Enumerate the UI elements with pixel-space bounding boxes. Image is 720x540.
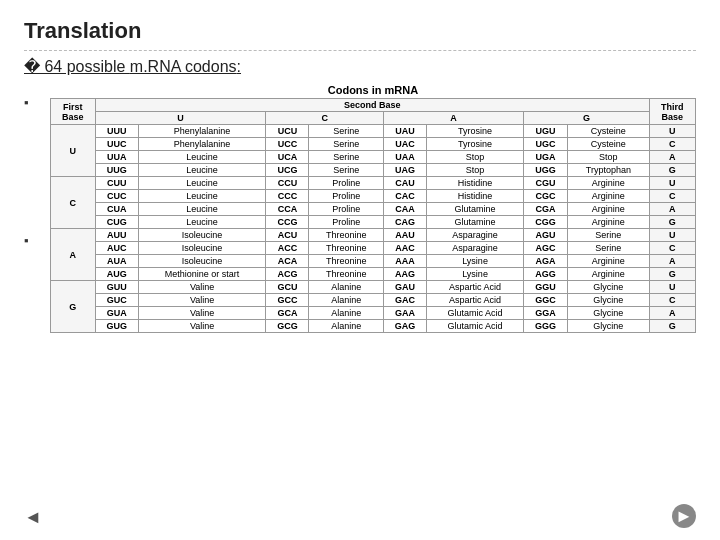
aa-cell: Tryptophan xyxy=(567,164,649,177)
second-base-a: A xyxy=(383,112,523,125)
subtitle-suffix: : xyxy=(237,58,241,75)
codon-cell: GUC xyxy=(95,294,138,307)
aa-cell: Proline xyxy=(309,203,383,216)
codon-cell: UGG xyxy=(524,164,568,177)
aa-cell: Serine xyxy=(309,125,383,138)
codon-cell: UAG xyxy=(383,164,426,177)
aa-cell: Leucine xyxy=(138,151,266,164)
third-base-cell: G xyxy=(649,216,695,229)
third-base-cell: U xyxy=(649,229,695,242)
aa-cell: Asparagine xyxy=(426,242,523,255)
codon-cell: CGC xyxy=(524,190,568,203)
codon-cell: CAU xyxy=(383,177,426,190)
codon-cell: CCC xyxy=(266,190,309,203)
third-base-cell: U xyxy=(649,125,695,138)
codon-cell: GAU xyxy=(383,281,426,294)
third-base-cell: U xyxy=(649,177,695,190)
first-base-G: G xyxy=(51,281,96,333)
aa-cell: Cysteine xyxy=(567,125,649,138)
codon-cell: CGA xyxy=(524,203,568,216)
codon-cell: CUU xyxy=(95,177,138,190)
first-base-U: U xyxy=(51,125,96,177)
third-base-cell: C xyxy=(649,294,695,307)
codon-cell: ACC xyxy=(266,242,309,255)
codon-cell: AUG xyxy=(95,268,138,281)
third-base-cell: C xyxy=(649,242,695,255)
aa-cell: Glutamic Acid xyxy=(426,320,523,333)
bullet-2: ▪ xyxy=(24,232,42,250)
third-base-cell: A xyxy=(649,255,695,268)
forward-nav[interactable]: ► xyxy=(672,504,696,528)
codon-cell: AGG xyxy=(524,268,568,281)
aa-cell: Arginine xyxy=(567,190,649,203)
title-divider xyxy=(24,50,696,51)
subtitle-link: m.RNA codons xyxy=(130,58,237,75)
codon-cell: AAG xyxy=(383,268,426,281)
codon-cell: AAC xyxy=(383,242,426,255)
aa-cell: Arginine xyxy=(567,203,649,216)
aa-cell: Valine xyxy=(138,294,266,307)
codon-cell: CCA xyxy=(266,203,309,216)
bullet-1: ▪ xyxy=(24,94,42,112)
aa-cell: Phenylalanine xyxy=(138,138,266,151)
third-base-cell: A xyxy=(649,203,695,216)
third-base-cell: U xyxy=(649,281,695,294)
first-base-C: C xyxy=(51,177,96,229)
page-title: Translation xyxy=(24,18,696,44)
aa-cell: Alanine xyxy=(309,281,383,294)
codon-cell: GAC xyxy=(383,294,426,307)
third-base-cell: G xyxy=(649,320,695,333)
third-base-cell: A xyxy=(649,151,695,164)
aa-cell: Serine xyxy=(567,242,649,255)
codon-cell: CUC xyxy=(95,190,138,203)
codon-cell: UUG xyxy=(95,164,138,177)
aa-cell: Leucine xyxy=(138,216,266,229)
codon-cell: UCU xyxy=(266,125,309,138)
third-base-cell: G xyxy=(649,268,695,281)
aa-cell: Stop xyxy=(426,151,523,164)
aa-cell: Lysine xyxy=(426,268,523,281)
aa-cell: Leucine xyxy=(138,177,266,190)
first-base-header: FirstBase xyxy=(51,99,96,125)
aa-cell: Threonine xyxy=(309,229,383,242)
aa-cell: Glycine xyxy=(567,281,649,294)
aa-cell: Methionine or start xyxy=(138,268,266,281)
codon-cell: UAC xyxy=(383,138,426,151)
codon-cell: CAA xyxy=(383,203,426,216)
codon-cell: UUU xyxy=(95,125,138,138)
codon-cell: GAA xyxy=(383,307,426,320)
aa-cell: Leucine xyxy=(138,190,266,203)
codon-table-title: Codons in mRNA xyxy=(50,84,696,96)
codon-cell: UCA xyxy=(266,151,309,164)
subtitle-prefix: � 64 possible xyxy=(24,58,130,75)
codon-cell: GGA xyxy=(524,307,568,320)
codon-table-wrap: Codons in mRNA FirstBase Second Base Thi… xyxy=(50,84,696,333)
codon-cell: CCU xyxy=(266,177,309,190)
aa-cell: Lysine xyxy=(426,255,523,268)
second-base-header: Second Base xyxy=(95,99,649,112)
codon-cell: CAC xyxy=(383,190,426,203)
aa-cell: Leucine xyxy=(138,203,266,216)
aa-cell: Glutamine xyxy=(426,203,523,216)
codon-cell: ACG xyxy=(266,268,309,281)
aa-cell: Serine xyxy=(309,164,383,177)
second-base-g: G xyxy=(524,112,650,125)
codon-cell: CUA xyxy=(95,203,138,216)
codon-cell: GUA xyxy=(95,307,138,320)
codon-cell: UGU xyxy=(524,125,568,138)
aa-cell: Serine xyxy=(309,151,383,164)
aa-cell: Threonine xyxy=(309,242,383,255)
aa-cell: Tyrosine xyxy=(426,125,523,138)
aa-cell: Glycine xyxy=(567,320,649,333)
aa-cell: Stop xyxy=(426,164,523,177)
back-nav[interactable]: ◄ xyxy=(24,507,42,528)
aa-cell: Aspartic Acid xyxy=(426,281,523,294)
codon-cell: AGU xyxy=(524,229,568,242)
codon-cell: GCA xyxy=(266,307,309,320)
codon-table: FirstBase Second Base ThirdBase U C A G … xyxy=(50,98,696,333)
subtitle: � 64 possible m.RNA codons: xyxy=(24,57,696,76)
aa-cell: Arginine xyxy=(567,177,649,190)
aa-cell: Proline xyxy=(309,190,383,203)
aa-cell: Isoleucine xyxy=(138,229,266,242)
aa-cell: Arginine xyxy=(567,268,649,281)
